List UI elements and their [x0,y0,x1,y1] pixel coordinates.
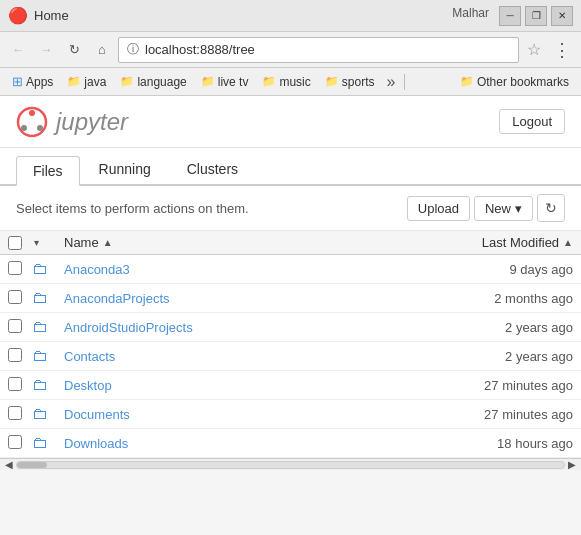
bookmark-sports[interactable]: 📁 sports [319,73,381,91]
row-checkbox-cell [8,319,32,336]
forward-button[interactable]: → [34,38,58,62]
row-checkbox[interactable] [8,290,22,304]
row-icon-cell: 🗀 [32,405,64,423]
file-modified: 2 years ago [413,349,573,364]
header-name-label: Name [64,235,99,250]
bookmark-language-label: language [137,75,186,89]
table-row[interactable]: 🗀 Desktop 27 minutes ago [0,371,581,400]
folder-icon: 🗀 [32,405,48,422]
file-link[interactable]: Desktop [64,378,112,393]
more-bookmarks-button[interactable]: » [382,73,399,91]
folder-sports-icon: 📁 [325,75,339,88]
row-checkbox[interactable] [8,319,22,333]
row-checkbox[interactable] [8,377,22,391]
browser-menu-button[interactable]: ⋮ [549,39,575,61]
other-bookmarks-icon: 📁 [460,75,474,88]
row-icon-cell: 🗀 [32,318,64,336]
title-bar: 🔴 Home Malhar ─ ❐ ✕ [0,0,581,32]
file-list-header: ▾ Name ▲ Last Modified ▲ [0,231,581,255]
select-text: Select items to perform actions on them. [16,201,249,216]
restore-button[interactable]: ❐ [525,6,547,26]
row-name-cell: Documents [64,407,413,422]
file-link[interactable]: Contacts [64,349,115,364]
table-row[interactable]: 🗀 AndroidStudioProjects 2 years ago [0,313,581,342]
scroll-right-button[interactable]: ▶ [565,459,579,470]
address-input[interactable]: ⓘ localhost:8888/tree [118,37,519,63]
file-link[interactable]: AndroidStudioProjects [64,320,193,335]
tab-running[interactable]: Running [82,154,168,184]
jupyter-logo-svg [16,106,48,138]
row-checkbox-cell [8,435,32,452]
reload-button[interactable]: ↻ [62,38,86,62]
tabs-bar: Files Running Clusters [0,148,581,186]
row-checkbox[interactable] [8,406,22,420]
file-modified: 2 years ago [413,320,573,335]
bookmark-livetv[interactable]: 📁 live tv [195,73,255,91]
file-modified: 18 hours ago [413,436,573,451]
toolbar: Select items to perform actions on them.… [0,186,581,231]
tab-files[interactable]: Files [16,156,80,186]
select-all-checkbox[interactable] [8,236,22,250]
file-link[interactable]: Anaconda3 [64,262,130,277]
file-link[interactable]: Documents [64,407,130,422]
header-name[interactable]: Name ▲ [64,235,413,250]
table-row[interactable]: 🗀 Contacts 2 years ago [0,342,581,371]
url-text: localhost:8888/tree [145,42,255,57]
bookmark-java[interactable]: 📁 java [61,73,112,91]
table-row[interactable]: 🗀 Documents 27 minutes ago [0,400,581,429]
file-link[interactable]: Downloads [64,436,128,451]
row-name-cell: Desktop [64,378,413,393]
row-checkbox[interactable] [8,261,22,275]
tab-clusters[interactable]: Clusters [170,154,255,184]
row-name-cell: AndroidStudioProjects [64,320,413,335]
new-button[interactable]: New ▾ [474,196,533,221]
bookmark-java-label: java [84,75,106,89]
address-bar: ← → ↻ ⌂ ⓘ localhost:8888/tree ☆ ⋮ [0,32,581,68]
folder-music-icon: 📁 [262,75,276,88]
minimize-button[interactable]: ─ [499,6,521,26]
logout-button[interactable]: Logout [499,109,565,134]
bookmark-apps[interactable]: ⊞ Apps [6,72,59,91]
upload-button[interactable]: Upload [407,196,470,221]
bookmark-language[interactable]: 📁 language [114,73,192,91]
refresh-button[interactable]: ↻ [537,194,565,222]
row-checkbox-cell [8,261,32,278]
close-button[interactable]: ✕ [551,6,573,26]
folder-icon: 🗀 [32,347,48,364]
folder-language-icon: 📁 [120,75,134,88]
bookmark-star-button[interactable]: ☆ [523,40,545,59]
file-modified: 2 months ago [413,291,573,306]
header-modified[interactable]: Last Modified ▲ [413,235,573,250]
svg-point-3 [21,125,27,131]
header-dropdown-arrow[interactable]: ▾ [32,235,41,250]
folder-icon: 🗀 [32,260,48,277]
back-button[interactable]: ← [6,38,30,62]
file-rows: 🗀 Anaconda3 9 days ago 🗀 AnacondaProject… [0,255,581,458]
scrollbar-track [16,461,565,469]
table-row[interactable]: 🗀 Anaconda3 9 days ago [0,255,581,284]
scrollbar-thumb[interactable] [17,462,47,468]
table-row[interactable]: 🗀 Downloads 18 hours ago [0,429,581,458]
scroll-left-button[interactable]: ◀ [2,459,16,470]
home-button[interactable]: ⌂ [90,38,114,62]
row-checkbox[interactable] [8,348,22,362]
title-bar-title: Home [34,8,446,23]
file-modified: 27 minutes ago [413,378,573,393]
bookmark-sports-label: sports [342,75,375,89]
folder-icon: 🗀 [32,376,48,393]
row-name-cell: Anaconda3 [64,262,413,277]
other-bookmarks[interactable]: 📁 Other bookmarks [454,73,575,91]
row-checkbox[interactable] [8,435,22,449]
row-checkbox-cell [8,290,32,307]
file-link[interactable]: AnacondaProjects [64,291,170,306]
apps-icon: ⊞ [12,74,23,89]
table-row[interactable]: 🗀 AnacondaProjects 2 months ago [0,284,581,313]
bookmark-music[interactable]: 📁 music [256,73,316,91]
row-icon-cell: 🗀 [32,260,64,278]
header-modified-label: Last Modified [482,235,559,250]
jupyter-logo-text: jupyter [56,108,128,136]
row-icon-cell: 🗀 [32,289,64,307]
row-name-cell: Contacts [64,349,413,364]
row-icon-cell: 🗀 [32,434,64,452]
row-checkbox-cell [8,348,32,365]
